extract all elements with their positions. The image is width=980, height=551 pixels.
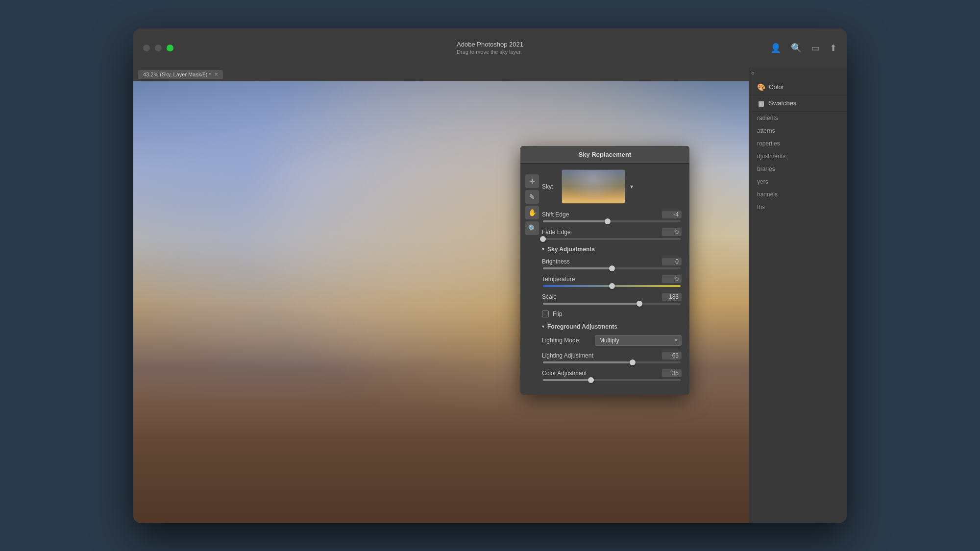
temperature-value[interactable]: 0: [662, 275, 682, 283]
temperature-thumb[interactable]: [609, 283, 615, 289]
scale-value[interactable]: 183: [662, 293, 682, 301]
shift-edge-fill: [543, 220, 608, 222]
tab-close-button[interactable]: ✕: [214, 72, 218, 77]
panel-tab-color[interactable]: 🎨 Color: [749, 79, 847, 96]
right-panel: « 🎨 Color ▦ Swatches radients atterns ro…: [749, 68, 847, 523]
temperature-track[interactable]: [543, 285, 681, 287]
dialog-scroll-area[interactable]: Sky: ▾ Shift Edge -4: [520, 164, 689, 395]
brightness-value[interactable]: 0: [662, 258, 682, 265]
lighting-adjustment-value[interactable]: 65: [662, 352, 682, 359]
color-adjustment-label-row: Color Adjustment 35: [542, 369, 682, 377]
swatches-icon: ▦: [757, 99, 765, 107]
panel-tab-swatches-label: Swatches: [769, 99, 796, 107]
lighting-adjustment-label-row: Lighting Adjustment 65: [542, 352, 682, 359]
brightness-row: Brightness 0: [542, 258, 682, 269]
zoom-tool-button[interactable]: 🔍: [525, 221, 539, 235]
panel-tab-channels-label[interactable]: hannels: [749, 188, 847, 201]
temperature-label-row: Temperature 0: [542, 275, 682, 283]
lighting-mode-label: Lighting Mode:: [542, 337, 591, 344]
right-panel-inner: « 🎨 Color ▦ Swatches radients atterns ro…: [749, 68, 847, 214]
fade-edge-thumb[interactable]: [540, 236, 546, 242]
brightness-thumb[interactable]: [609, 265, 615, 271]
sky-row: Sky: ▾: [542, 169, 682, 204]
flip-checkbox[interactable]: [542, 311, 549, 317]
view-icon[interactable]: ▭: [811, 43, 820, 53]
search-icon[interactable]: 🔍: [791, 43, 802, 53]
dialog-toolbar: ✛ ✎ ✋ 🔍: [525, 170, 539, 239]
fade-edge-label-row: Fade Edge 0: [542, 228, 682, 236]
canvas-tab[interactable]: 43.2% (Sky, Layer Mask/8) * ✕: [138, 70, 223, 79]
panel-tab-layers-label[interactable]: yers: [749, 175, 847, 188]
shift-edge-label: Shift Edge: [542, 211, 569, 218]
color-adjustment-value[interactable]: 35: [662, 369, 682, 377]
scale-track[interactable]: [543, 303, 681, 305]
share-icon[interactable]: ⬆: [830, 43, 837, 53]
lighting-adjustment-thumb[interactable]: [630, 359, 636, 365]
shift-edge-thumb[interactable]: [605, 218, 611, 224]
sky-adjustments-title: Sky Adjustments: [547, 246, 595, 253]
scale-label-row: Scale 183: [542, 293, 682, 301]
lighting-mode-select[interactable]: Multiply ▾: [595, 335, 682, 346]
panel-tabs: 🎨 Color ▦ Swatches radients atterns rope…: [749, 79, 847, 214]
foreground-adjustments-header[interactable]: ▾ Foreground Adjustments: [542, 323, 682, 330]
tab-label: 43.2% (Sky, Layer Mask/8) *: [143, 72, 211, 77]
sky-preview-overlay: [562, 170, 625, 203]
main-area: 43.2% (Sky, Layer Mask/8) * ✕ « 🎨: [133, 68, 847, 523]
fade-edge-label: Fade Edge: [542, 229, 571, 236]
sky-dropdown-arrow[interactable]: ▾: [630, 183, 633, 190]
color-icon: 🎨: [757, 83, 765, 91]
brightness-track[interactable]: [543, 267, 681, 269]
move-tool-button[interactable]: ✛: [525, 174, 539, 188]
close-button[interactable]: [143, 45, 150, 51]
shift-edge-row: Shift Edge -4: [542, 211, 682, 222]
panel-tab-patterns-label[interactable]: atterns: [749, 124, 847, 137]
sky-preview-box[interactable]: [562, 169, 625, 204]
shift-edge-label-row: Shift Edge -4: [542, 211, 682, 218]
brightness-label-row: Brightness 0: [542, 258, 682, 265]
scale-thumb[interactable]: [637, 301, 642, 307]
sky-label: Sky:: [542, 183, 557, 190]
brightness-label: Brightness: [542, 258, 570, 265]
panel-collapse-right[interactable]: «: [751, 70, 755, 76]
fade-edge-value[interactable]: 0: [662, 228, 682, 236]
sky-adjustments-chevron: ▾: [542, 246, 544, 252]
tab-bar: 43.2% (Sky, Layer Mask/8) * ✕: [133, 68, 749, 81]
panel-tab-gradients-label[interactable]: radients: [749, 112, 847, 124]
shift-edge-track[interactable]: [543, 220, 681, 222]
user-icon[interactable]: 👤: [770, 43, 781, 53]
panel-tab-paths-label[interactable]: ths: [749, 201, 847, 214]
scale-row: Scale 183: [542, 293, 682, 305]
brush-tool-button[interactable]: ✎: [525, 190, 539, 204]
panel-tab-swatches[interactable]: ▦ Swatches: [749, 96, 847, 112]
sky-adjustments-header[interactable]: ▾ Sky Adjustments: [542, 246, 682, 253]
app-subtitle: Drag to move the sky layer.: [457, 49, 523, 55]
foreground-adjustments-title: Foreground Adjustments: [547, 323, 617, 330]
minimize-button[interactable]: [155, 45, 162, 51]
panel-tab-adjustments-label[interactable]: djustments: [749, 150, 847, 163]
dialog-title: Sky Replacement: [579, 151, 632, 158]
scale-label: Scale: [542, 293, 557, 300]
flip-label: Flip: [553, 311, 562, 317]
temperature-label: Temperature: [542, 276, 575, 283]
lighting-adjustment-fill: [543, 361, 633, 363]
color-adjustment-thumb[interactable]: [588, 377, 594, 383]
color-adjustment-label: Color Adjustment: [542, 370, 587, 377]
mac-window: Adobe Photoshop 2021 Drag to move the sk…: [133, 28, 847, 523]
color-adjustment-track[interactable]: [543, 379, 681, 381]
color-adjustment-fill: [543, 379, 591, 381]
lighting-mode-row: Lighting Mode: Multiply ▾: [542, 335, 682, 346]
maximize-button[interactable]: [167, 45, 173, 51]
hand-tool-button[interactable]: ✋: [525, 206, 539, 219]
dialog-content: Sky: ▾ Shift Edge -4: [520, 164, 689, 395]
traffic-lights: [143, 45, 173, 51]
color-adjustment-row: Color Adjustment 35: [542, 369, 682, 381]
lighting-adjustment-label: Lighting Adjustment: [542, 352, 593, 359]
panel-tab-libraries-label[interactable]: braries: [749, 163, 847, 175]
lighting-mode-arrow: ▾: [675, 337, 677, 343]
fade-edge-row: Fade Edge 0: [542, 228, 682, 240]
title-bar: Adobe Photoshop 2021 Drag to move the sk…: [133, 28, 847, 68]
fade-edge-track[interactable]: [543, 238, 681, 240]
shift-edge-value[interactable]: -4: [662, 211, 682, 218]
lighting-adjustment-track[interactable]: [543, 361, 681, 363]
panel-tab-properties-label[interactable]: roperties: [749, 137, 847, 150]
